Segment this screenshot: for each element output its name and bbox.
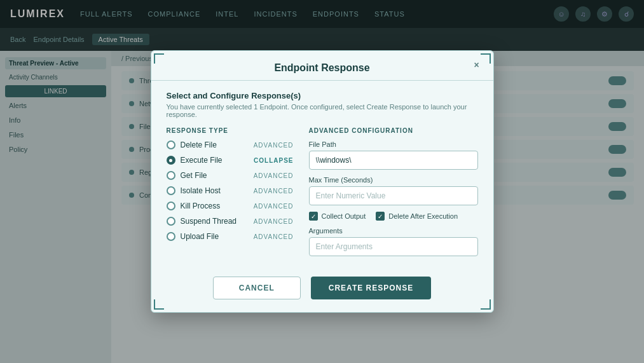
modal-body: Select and Configure Response(s) You hav… [151,81,493,266]
radio-suspend-thread[interactable] [167,217,175,226]
collect-output-item: Collect Output [309,212,366,221]
advanced-config-column: ADVANCED CONFIGURATION File Path Max Tim… [309,127,478,256]
create-response-button[interactable]: CREATE RESPONSE [311,277,431,299]
arguments-input[interactable] [309,237,478,256]
label-isolate-host: Isolate Host [181,186,221,195]
modal-columns: RESPONSE TYPE Delete File ADVANCED [167,127,478,256]
radio-isolate-host[interactable] [167,186,175,195]
badge-upload-file: ADVANCED [254,233,294,240]
endpoint-response-modal: Endpoint Response × Select and Configure… [151,50,494,313]
corner-decoration-br [481,299,491,310]
delete-after-label: Delete After Execution [388,212,458,220]
modal-section-title: Select and Configure Response(s) [167,91,478,100]
label-upload-file: Upload File [181,232,219,241]
modal-close-button[interactable]: × [470,58,483,71]
delete-after-item: Delete After Execution [376,212,458,221]
label-get-file: Get File [181,171,207,180]
label-execute-file: Execute File [181,156,223,165]
radio-upload-file[interactable] [167,232,175,241]
corner-decoration-tl [154,53,164,64]
response-item-upload-file[interactable]: Upload File ADVANCED [167,232,294,241]
collect-output-label: Collect Output [322,212,366,220]
modal-footer: CANCEL CREATE RESPONSE [151,266,493,312]
response-item-delete-file[interactable]: Delete File ADVANCED [167,140,294,149]
radio-execute-file[interactable] [167,156,175,165]
modal-title: Endpoint Response [274,62,369,73]
response-item-execute-file[interactable]: Execute File COLLAPSE [167,156,294,165]
delete-after-checkbox[interactable] [376,212,385,221]
modal-subtitle: You have currently selected 1 Endpoint. … [167,103,478,118]
response-item-get-file[interactable]: Get File ADVANCED [167,171,294,180]
label-suspend-thread: Suspend Thread [181,217,237,226]
arguments-label: Arguments [309,227,478,235]
modal-header: Endpoint Response × [151,51,493,81]
badge-delete-file: ADVANCED [254,142,294,149]
response-type-column: RESPONSE TYPE Delete File ADVANCED [167,127,294,256]
max-time-input[interactable] [309,186,478,205]
modal-overlay: Endpoint Response × Select and Configure… [0,0,644,363]
response-item-kill-process[interactable]: Kill Process ADVANCED [167,202,294,210]
badge-execute-file: COLLAPSE [254,157,293,164]
response-item-isolate-host[interactable]: Isolate Host ADVANCED [167,186,294,195]
badge-kill-process: ADVANCED [254,203,294,210]
response-type-header: RESPONSE TYPE [167,127,294,134]
badge-suspend-thread: ADVANCED [254,218,294,225]
checkbox-row: Collect Output Delete After Execution [309,212,478,221]
label-kill-process: Kill Process [181,202,221,210]
radio-get-file[interactable] [167,171,175,180]
response-item-suspend-thread[interactable]: Suspend Thread ADVANCED [167,217,294,226]
collect-output-checkbox[interactable] [309,212,318,221]
badge-isolate-host: ADVANCED [254,188,294,195]
radio-delete-file[interactable] [167,140,175,149]
file-path-input[interactable] [309,151,478,170]
cancel-button[interactable]: CANCEL [213,277,301,299]
file-path-label: File Path [309,140,478,148]
max-time-label: Max Time (Seconds) [309,176,478,184]
corner-decoration-bl [154,299,164,310]
badge-get-file: ADVANCED [254,172,294,179]
advanced-config-header: ADVANCED CONFIGURATION [309,127,478,134]
radio-kill-process[interactable] [167,202,175,210]
label-delete-file: Delete File [181,140,217,149]
